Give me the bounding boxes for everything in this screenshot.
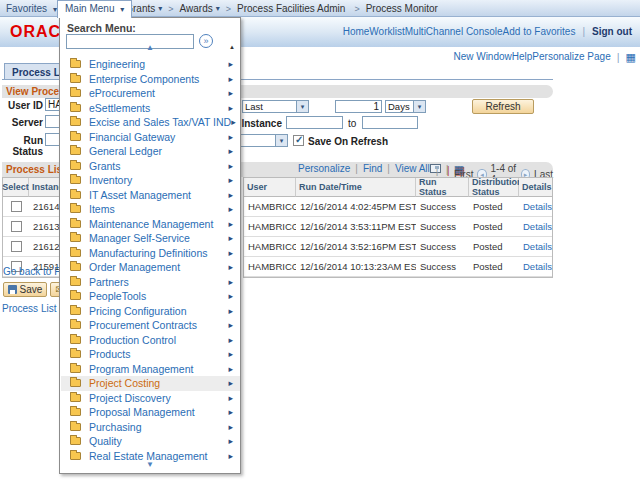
instance-from-input[interactable] [286,116,343,129]
menu-item[interactable]: eProcurement ▸ [61,86,240,101]
column-header-user[interactable]: User [244,178,296,197]
folder-icon [70,191,81,199]
run-status-cell: Success [416,237,469,257]
process-list-table-right: User Run Date/Time Run Status Distributi… [243,177,553,278]
chevron-right-icon: ▸ [228,436,233,446]
menu-item[interactable]: Proposal Management ▸ [61,405,240,420]
process-list-title: Process List [2,164,65,175]
menu-item[interactable]: Manager Self-Service ▸ [61,231,240,246]
menu-scroll-up-icon[interactable]: ▲ [60,44,240,52]
menu-item[interactable]: Purchasing ▸ [61,420,240,435]
days-count-input[interactable] [335,100,382,113]
details-link[interactable]: Details [523,261,552,272]
menu-item[interactable]: Manufacturing Definitions ▸ [61,246,240,261]
run-status-label: Run Status [0,135,43,157]
menu-item[interactable]: IT Asset Management ▸ [61,188,240,203]
folder-icon [70,133,81,141]
menu-item-label: Financial Gateway [89,131,175,143]
distribution-status-cell: Posted [469,257,519,277]
user-id-label: User ID [0,100,43,111]
menu-item[interactable]: eSettlements ▸ [61,101,240,116]
days-select[interactable]: Days▾ [385,100,426,113]
row-select-checkbox[interactable] [11,221,22,232]
instance-to-input[interactable] [362,116,418,129]
menu-item[interactable]: Pricing Configuration ▸ [61,304,240,319]
last-select[interactable]: Last▾ [242,100,309,113]
zoom-grid-icon[interactable] [430,164,441,173]
chevron-right-icon: ▸ [228,306,233,316]
utility-link[interactable]: New Window [453,51,511,62]
run-status-cell: Success [416,217,469,237]
save-on-refresh-checkbox[interactable]: ✓ [293,135,304,146]
chevron-right-icon: ▸ [228,422,233,432]
view-all-link[interactable]: View All [382,163,429,174]
chevron-right-icon: ▸ [228,190,233,200]
folder-icon [70,379,81,387]
menu-item[interactable]: Maintenance Management ▸ [61,217,240,232]
menu-item-label: IT Asset Management [89,189,191,201]
details-link[interactable]: Details [523,221,552,232]
column-header-run-status[interactable]: Run Status [416,178,469,197]
menu-scroll-up-small-icon[interactable]: ▲ [229,44,235,51]
menu-scroll-down-icon[interactable]: ▼ [60,461,240,469]
menu-item[interactable]: Production Control ▸ [61,333,240,348]
run-datetime-cell: 12/16/2014 3:53:11PM EST [296,217,416,237]
menu-item[interactable]: Program Management ▸ [61,362,240,377]
utility-link[interactable]: Help [512,51,533,62]
chevron-right-icon: ▸ [228,277,233,287]
utility-link[interactable]: Personalize Page [532,51,610,62]
menu-item[interactable]: General Ledger ▸ [61,144,240,159]
menu-item-label: Engineering [89,58,145,70]
menu-item[interactable]: Engineering ▸ [61,57,240,72]
folder-icon [70,147,81,155]
chevron-right-icon: ▸ [228,204,233,214]
breadcrumb-item[interactable]: Process Facilities Admin [220,3,349,14]
menu-item-label: Order Management [89,261,180,273]
column-header-details: Details [519,178,552,197]
chevron-down-icon: ▾ [413,101,425,112]
menu-item[interactable]: PeopleTools ▸ [61,289,240,304]
personalize-layout-icon[interactable]: ▦ [611,52,636,62]
breadcrumb-label: Awards [180,3,213,14]
menu-item[interactable]: Quality ▸ [61,434,240,449]
menu-item[interactable]: Project Costing ▸ [61,376,240,391]
save-button[interactable]: Save [3,282,47,297]
column-header-run-datetime[interactable]: Run Date/Time [296,178,416,197]
menu-item[interactable]: Items ▸ [61,202,240,217]
menu-item-label: Production Control [89,334,176,346]
menu-item[interactable]: Products ▸ [61,347,240,362]
menu-item[interactable]: Project Discovery ▸ [61,391,240,406]
breadcrumb-item[interactable]: Process Monitor [348,3,441,14]
chevron-right-icon: ▸ [228,103,233,113]
personalize-link[interactable]: Personalize [298,163,350,174]
menu-item-label: Project Discovery [89,392,171,404]
menu-item[interactable]: Inventory ▸ [61,173,240,188]
row-select-checkbox[interactable] [11,201,22,212]
refresh-button[interactable]: Refresh [472,99,534,114]
menu-item-label: Project Costing [89,377,160,389]
column-header-select: Select [3,178,29,197]
row-select-checkbox[interactable] [11,241,22,252]
menu-item-label: Maintenance Management [89,218,213,230]
folder-icon [70,336,81,344]
find-link[interactable]: Find [350,163,382,174]
column-header-distribution-status[interactable]: Distribution Status [469,178,519,197]
menu-item[interactable]: Order Management ▸ [61,260,240,275]
footer-link[interactable]: Process List [2,303,56,314]
menu-item[interactable]: Procurement Contracts ▸ [61,318,240,333]
breadcrumb-item[interactable]: Awards ▾ [162,3,219,14]
table-row: HAMBRICG 12/16/2014 4:02:45PM EST Succes… [244,197,552,217]
details-link[interactable]: Details [523,201,552,212]
menu-item[interactable]: Enterprise Components ▸ [61,72,240,87]
menu-item[interactable]: Excise and Sales Tax/VAT IND ▸ [61,115,240,130]
menu-item-list: Engineering ▸ Enterprise Components ▸ eP… [61,57,240,463]
run-datetime-cell: 12/16/2014 3:52:16PM EST [296,237,416,257]
chevron-right-icon: ▸ [228,248,233,258]
menu-item-label: Procurement Contracts [89,319,197,331]
main-menu-tab[interactable]: Main Menu ▾ [57,0,132,18]
chevron-right-icon: ▸ [228,349,233,359]
menu-item[interactable]: Partners ▸ [61,275,240,290]
menu-item[interactable]: Grants ▸ [61,159,240,174]
menu-item[interactable]: Financial Gateway ▸ [61,130,240,145]
details-link[interactable]: Details [523,241,552,252]
